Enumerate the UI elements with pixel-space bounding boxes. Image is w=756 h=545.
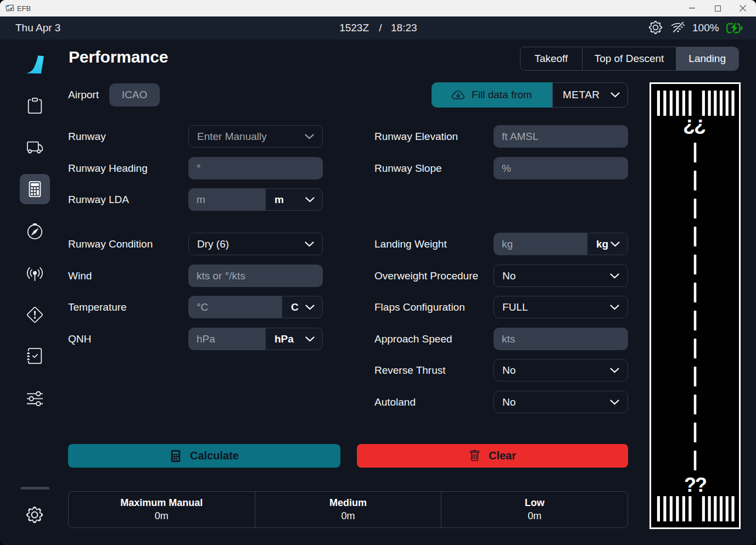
svg-text:??: ?? — [684, 115, 706, 138]
svg-text:??: ?? — [684, 474, 706, 496]
